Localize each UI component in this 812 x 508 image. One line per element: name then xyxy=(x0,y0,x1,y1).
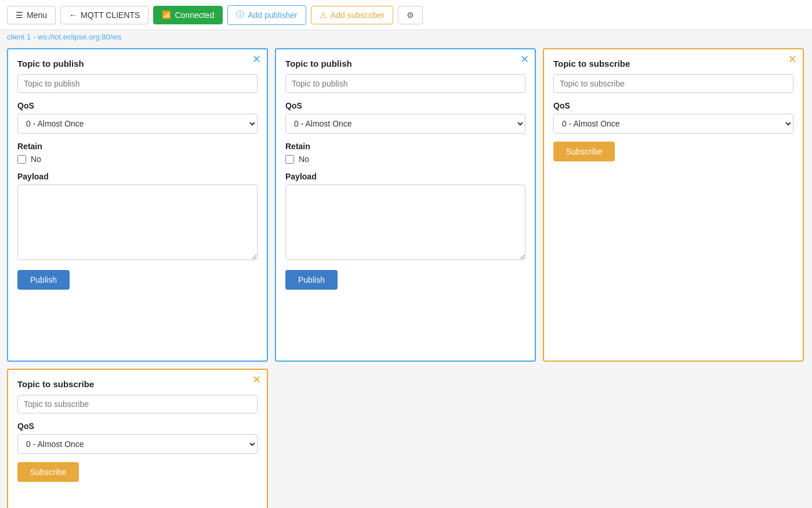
subscriber-2-qos-select[interactable]: 0 - Almost Once 1 - At Least Once 2 - Ex… xyxy=(17,434,258,454)
publisher-1-retain-label: Retain xyxy=(17,142,258,151)
add-publisher-button[interactable]: Add publisher xyxy=(227,5,306,25)
subscriber-2-close-button[interactable]: ✕ xyxy=(252,374,261,385)
publisher-2-qos-group: QoS 0 - Almost Once 1 - At Least Once 2 … xyxy=(285,101,525,134)
publisher-2-close-button[interactable]: ✕ xyxy=(520,54,529,64)
subscriber-1-subscribe-button[interactable]: Subscribe xyxy=(553,142,615,161)
publisher-1-topic-input[interactable] xyxy=(17,74,258,93)
mqtt-clients-label: MQTT CLIENTS xyxy=(81,10,140,20)
publisher-2-retain-checkbox-row: No xyxy=(285,154,525,164)
add-publisher-label: Add publisher xyxy=(248,10,298,20)
menu-icon xyxy=(16,10,23,20)
client-info-label: client 1 - ws://iot.eclipse.org:80/ws xyxy=(0,30,812,44)
subscriber-1-qos-select[interactable]: 0 - Almost Once 1 - At Least Once 2 - Ex… xyxy=(553,114,793,134)
publisher-1-payload-label: Payload xyxy=(17,172,258,181)
subscriber-1-close-button[interactable]: ✕ xyxy=(788,54,797,64)
menu-label: Menu xyxy=(27,10,47,20)
subscriber-1-title: Topic to subscribe xyxy=(553,59,793,69)
publisher-2-title: Topic to publish xyxy=(285,59,525,69)
connected-label: Connected xyxy=(175,10,214,20)
subscriber-2-qos-group: QoS 0 - Almost Once 1 - At Least Once 2 … xyxy=(17,421,258,454)
add-subscriber-button[interactable]: Add subscriber xyxy=(311,6,393,24)
publisher-2-publish-button[interactable]: Publish xyxy=(285,270,338,290)
subscriber-2-topic-group xyxy=(17,395,258,413)
publisher-card-1: ✕ Topic to publish QoS 0 - Almost Once 1… xyxy=(7,48,268,362)
subscriber-1-qos-label: QoS xyxy=(553,101,793,110)
subscriber-1-topic-input[interactable] xyxy=(553,74,793,93)
publisher-1-retain-checkbox[interactable] xyxy=(17,155,26,164)
add-subscriber-icon xyxy=(320,10,327,20)
publisher-2-payload-textarea[interactable] xyxy=(285,185,525,260)
main-content: ✕ Topic to publish QoS 0 - Almost Once 1… xyxy=(0,44,812,508)
subscriber-2-subscribe-button[interactable]: Subscribe xyxy=(17,462,79,482)
publisher-2-payload-group: Payload xyxy=(285,172,525,262)
publisher-1-publish-button[interactable]: Publish xyxy=(17,270,70,290)
publisher-1-payload-group: Payload xyxy=(17,172,258,262)
subscriber-2-title: Topic to subscribe xyxy=(17,379,258,389)
publisher-2-qos-select[interactable]: 0 - Almost Once 1 - At Least Once 2 - Ex… xyxy=(285,114,525,134)
publisher-1-qos-select[interactable]: 0 - Almost Once 1 - At Least Once 2 - Ex… xyxy=(17,114,258,134)
publisher-2-topic-group xyxy=(285,74,525,93)
publisher-2-qos-label: QoS xyxy=(285,101,525,110)
gear-icon xyxy=(407,10,414,20)
connected-button[interactable]: 📶 Connected xyxy=(153,6,223,24)
subscriber-card-2: ✕ Topic to subscribe QoS 0 - Almost Once… xyxy=(7,369,268,508)
publisher-1-retain-checkbox-label[interactable]: No xyxy=(31,154,41,164)
subscriber-1-qos-group: QoS 0 - Almost Once 1 - At Least Once 2 … xyxy=(553,101,793,134)
publisher-1-retain-group: Retain No xyxy=(17,142,258,164)
subscriber-2-topic-input[interactable] xyxy=(17,395,258,413)
publisher-1-qos-group: QoS 0 - Almost Once 1 - At Least Once 2 … xyxy=(17,101,258,134)
top-cards-row: ✕ Topic to publish QoS 0 - Almost Once 1… xyxy=(7,48,805,362)
publisher-2-retain-label: Retain xyxy=(285,142,525,151)
publisher-2-retain-group: Retain No xyxy=(285,142,525,164)
bottom-cards-row: ✕ Topic to subscribe QoS 0 - Almost Once… xyxy=(7,369,805,508)
subscriber-card-1: ✕ Topic to subscribe QoS 0 - Almost Once… xyxy=(543,48,804,362)
publisher-2-retain-checkbox[interactable] xyxy=(285,155,294,164)
publisher-1-payload-textarea[interactable] xyxy=(17,185,258,260)
publisher-1-close-button[interactable]: ✕ xyxy=(252,54,261,64)
settings-button[interactable] xyxy=(398,6,423,24)
arrow-icon xyxy=(69,10,77,20)
publisher-2-payload-label: Payload xyxy=(285,172,525,181)
add-subscriber-label: Add subscriber xyxy=(331,10,385,20)
subscriber-1-topic-group xyxy=(553,74,793,93)
publisher-2-retain-checkbox-label[interactable]: No xyxy=(299,154,309,164)
subscriber-2-qos-label: QoS xyxy=(17,421,258,431)
signal-icon: 📶 xyxy=(162,10,171,19)
publisher-1-qos-label: QoS xyxy=(17,101,258,110)
add-publisher-icon xyxy=(236,10,244,20)
publisher-1-title: Topic to publish xyxy=(17,59,258,69)
mqtt-clients-button[interactable]: MQTT CLIENTS xyxy=(60,6,148,24)
publisher-card-2: ✕ Topic to publish QoS 0 - Almost Once 1… xyxy=(275,48,536,362)
publisher-1-retain-checkbox-row: No xyxy=(17,154,258,164)
menu-button[interactable]: Menu xyxy=(7,6,56,24)
publisher-2-topic-input[interactable] xyxy=(285,74,525,93)
publisher-1-topic-group xyxy=(17,74,258,93)
toolbar: Menu MQTT CLIENTS 📶 Connected Add publis… xyxy=(0,0,812,30)
